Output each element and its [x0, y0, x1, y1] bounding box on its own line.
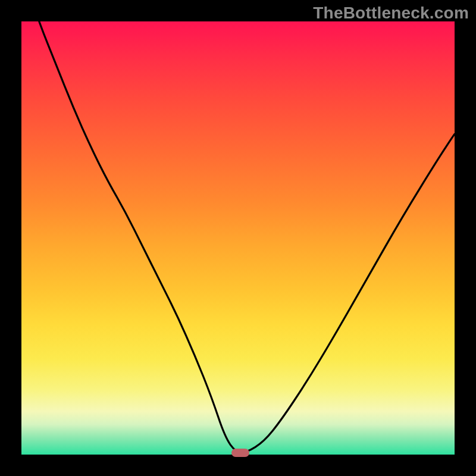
watermark-text: TheBottleneck.com	[313, 4, 469, 23]
chart-frame: TheBottleneck.com	[0, 0, 476, 476]
balance-marker	[231, 449, 249, 457]
bottleneck-curve	[21, 21, 455, 455]
plot-area	[21, 21, 455, 455]
